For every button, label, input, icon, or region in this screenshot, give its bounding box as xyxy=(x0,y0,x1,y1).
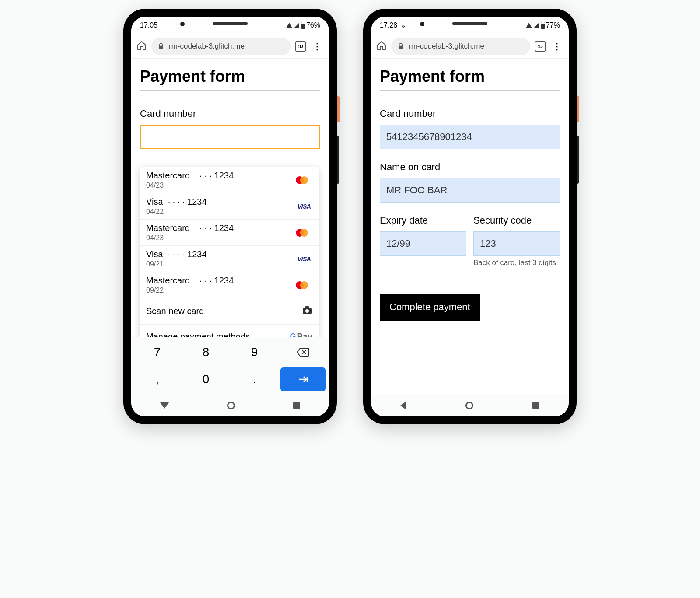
page-title: Payment form xyxy=(140,67,320,86)
menu-button[interactable]: ⋮ xyxy=(550,42,564,51)
signal-icon xyxy=(534,23,539,28)
key-enter[interactable] xyxy=(280,367,326,391)
svg-rect-2 xyxy=(305,306,309,308)
visa-icon: VISA xyxy=(298,255,311,262)
wifi-icon xyxy=(286,23,292,28)
gpay-icon: G Pay xyxy=(290,332,312,337)
card-number-label: Card number xyxy=(140,108,320,119)
divider xyxy=(140,90,320,91)
page-title: Payment form xyxy=(380,67,560,86)
status-bar: 17:05 76% xyxy=(131,17,329,34)
key-period[interactable]: . xyxy=(232,367,277,391)
battery-pct: 77% xyxy=(546,21,560,29)
card-suggestion[interactable]: Visa · · · · 1234 04/22 VISA xyxy=(140,193,318,220)
nav-back[interactable] xyxy=(400,401,406,410)
card-suggestion[interactable]: Visa · · · · 1234 09/21 VISA xyxy=(140,246,318,272)
svg-point-1 xyxy=(305,309,309,313)
key-0[interactable]: 0 xyxy=(183,367,228,391)
name-label: Name on card xyxy=(380,161,560,173)
key-9[interactable]: 9 xyxy=(232,340,277,364)
expiry-label: Expiry date xyxy=(380,215,466,226)
divider xyxy=(380,90,560,91)
nav-home[interactable] xyxy=(227,402,235,409)
address-bar[interactable]: rm-codelab-3.glitch.me xyxy=(391,38,530,55)
home-icon[interactable] xyxy=(376,40,387,52)
camera-icon xyxy=(302,305,312,317)
url-text: rm-codelab-3.glitch.me xyxy=(409,42,484,51)
cvc-input[interactable]: 123 xyxy=(473,231,560,256)
battery-icon xyxy=(541,22,545,29)
name-input[interactable]: MR FOO BAR xyxy=(380,178,560,203)
mastercard-icon xyxy=(296,229,308,237)
mastercard-icon xyxy=(296,281,308,289)
key-8[interactable]: 8 xyxy=(183,340,228,364)
nav-bar xyxy=(371,395,569,416)
cvc-hint: Back of card, last 3 digits xyxy=(473,259,560,267)
phone-right: 17:28 77% rm-codelab-3.glitch.me :D ⋮ xyxy=(363,9,577,424)
card-number-label: Card number xyxy=(380,108,560,119)
lock-icon xyxy=(397,43,404,50)
card-suggestion[interactable]: Mastercard · · · · 1234 04/23 xyxy=(140,167,318,193)
nav-back[interactable] xyxy=(160,402,169,409)
status-time: 17:05 xyxy=(140,21,158,29)
card-number-input[interactable]: 5412345678901234 xyxy=(380,125,560,149)
browser-bar: rm-codelab-3.glitch.me :D ⋮ xyxy=(371,34,569,59)
volume-button xyxy=(577,136,579,184)
data-saver-icon xyxy=(401,24,405,28)
browser-bar: rm-codelab-3.glitch.me :D ⋮ xyxy=(131,34,329,59)
expiry-input[interactable]: 12/99 xyxy=(380,231,466,256)
key-comma[interactable]: , xyxy=(135,367,180,391)
lock-icon xyxy=(158,43,164,50)
nav-bar xyxy=(131,395,329,416)
power-button xyxy=(337,96,340,122)
battery-pct: 76% xyxy=(306,21,320,29)
autofill-popup: Mastercard · · · · 1234 04/23 Visa · · ·… xyxy=(140,167,318,337)
status-bar: 17:28 77% xyxy=(371,17,569,34)
key-backspace[interactable] xyxy=(280,340,326,364)
wifi-icon xyxy=(526,23,532,28)
mastercard-icon xyxy=(296,176,308,184)
phone-left: 17:05 76% rm-codelab-3.glitch.me :D ⋮ xyxy=(123,9,337,424)
key-7[interactable]: 7 xyxy=(135,340,180,364)
manage-payment-methods[interactable]: Manage payment methods… G Pay xyxy=(140,325,318,337)
cvc-label: Security code xyxy=(473,215,560,226)
menu-button[interactable]: ⋮ xyxy=(311,42,324,51)
power-button xyxy=(577,96,579,122)
card-suggestion[interactable]: Mastercard · · · · 1234 04/23 xyxy=(140,220,318,246)
card-suggestion[interactable]: Mastercard · · · · 1234 09/22 xyxy=(140,272,318,298)
numeric-keyboard: 7 8 9 , 0 . xyxy=(131,337,329,395)
home-icon[interactable] xyxy=(136,40,147,52)
battery-icon xyxy=(301,22,305,29)
url-text: rm-codelab-3.glitch.me xyxy=(169,42,245,51)
tabs-button[interactable]: :D xyxy=(535,41,546,52)
nav-recent[interactable] xyxy=(532,402,539,409)
nav-home[interactable] xyxy=(466,402,473,409)
scan-new-card[interactable]: Scan new card xyxy=(140,298,318,325)
volume-button xyxy=(337,136,339,184)
nav-recent[interactable] xyxy=(293,402,300,409)
visa-icon: VISA xyxy=(298,203,311,210)
signal-icon xyxy=(294,23,299,28)
tabs-button[interactable]: :D xyxy=(295,41,306,52)
complete-payment-button[interactable]: Complete payment xyxy=(380,294,480,321)
status-time: 17:28 xyxy=(380,21,397,29)
card-number-input[interactable] xyxy=(140,125,320,149)
address-bar[interactable]: rm-codelab-3.glitch.me xyxy=(151,38,290,55)
